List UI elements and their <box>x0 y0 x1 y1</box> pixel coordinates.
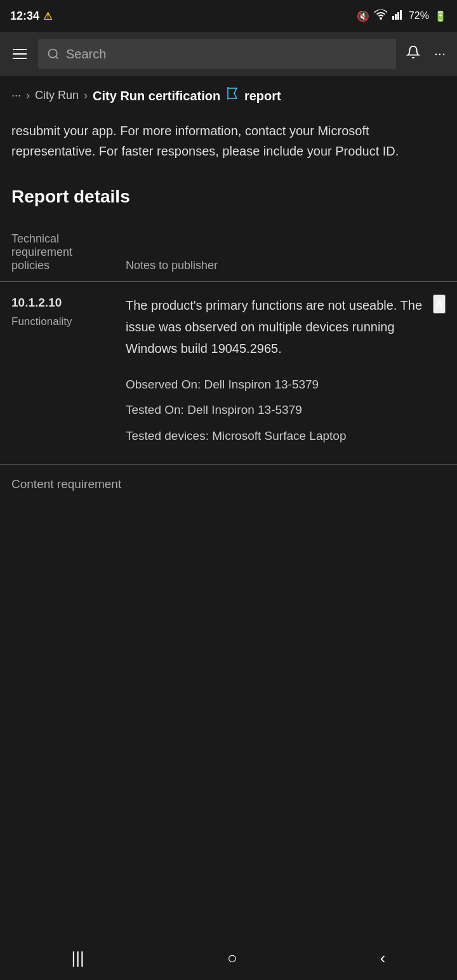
status-left: 12:34 ⚠ <box>10 10 52 23</box>
report-table: Technical requirement policies Notes to … <box>0 226 457 498</box>
content-requirement-row: Content requirement <box>0 464 457 498</box>
recent-apps-button[interactable]: ||| <box>59 943 97 973</box>
notes-main: The product's primary functions are not … <box>126 298 422 355</box>
svg-rect-3 <box>400 10 402 20</box>
bell-button[interactable] <box>404 43 423 65</box>
breadcrumb-sep2: › <box>84 89 88 102</box>
status-right: 🔇 72% 🔋 <box>357 10 447 22</box>
flag-icon <box>225 88 244 103</box>
breadcrumb: ··· › City Run › City Run certification … <box>0 76 457 114</box>
col2-header: Notes to publisher <box>114 226 457 282</box>
notes-devices: Tested devices: Microsoft Surface Laptop <box>126 426 446 446</box>
top-nav: ··· <box>0 32 457 76</box>
policy-id: 10.1.2.10 <box>11 295 103 312</box>
time-display: 12:34 <box>10 10 39 23</box>
policy-cell: 10.1.2.10 Functionality <box>0 282 114 465</box>
nav-icons: ··· <box>404 43 448 65</box>
signal-icon <box>392 10 404 22</box>
svg-rect-1 <box>395 14 397 20</box>
home-button[interactable]: ○ <box>215 943 250 973</box>
svg-point-4 <box>49 50 57 58</box>
intro-text: resubmit your app. For more information,… <box>0 114 457 180</box>
policy-name: Functionality <box>11 314 103 329</box>
breadcrumb-sep1: › <box>26 89 30 102</box>
breadcrumb-more[interactable]: ··· <box>11 89 21 102</box>
collapse-button[interactable]: ∧ <box>433 295 446 314</box>
search-input[interactable] <box>66 47 387 62</box>
svg-rect-0 <box>392 16 394 20</box>
more-button[interactable]: ··· <box>432 43 448 65</box>
notes-detail: Observed On: Dell Inspiron 13-5379 Teste… <box>126 374 446 446</box>
search-bar[interactable] <box>38 39 396 69</box>
hamburger-button[interactable] <box>9 45 30 63</box>
content-req-label: Content requirement <box>0 464 457 498</box>
breadcrumb-link[interactable]: City Run <box>35 89 79 102</box>
notes-cell: ∧ The product's primary functions are no… <box>114 282 457 465</box>
notes-tested-on: Tested On: Dell Inspiron 13-5379 <box>126 400 446 420</box>
battery-icon: 🔋 <box>434 10 447 22</box>
back-button[interactable]: ‹ <box>368 943 399 973</box>
wifi-icon <box>374 10 387 22</box>
hamburger-line1 <box>13 49 27 50</box>
table-row: 10.1.2.10 Functionality ∧ The product's … <box>0 282 457 465</box>
notes-observed: Observed On: Dell Inspiron 13-5379 <box>126 374 446 395</box>
hamburger-line2 <box>13 53 27 55</box>
bottom-nav: ||| ○ ‹ <box>0 936 457 980</box>
col1-header: Technical requirement policies <box>0 226 114 282</box>
svg-line-5 <box>56 56 58 59</box>
battery-display: 72% <box>409 10 429 22</box>
svg-rect-2 <box>397 12 399 20</box>
status-bar: 12:34 ⚠ 🔇 72% 🔋 <box>0 0 457 32</box>
search-icon <box>47 48 60 60</box>
warning-icon: ⚠ <box>43 10 52 22</box>
table-header-row: Technical requirement policies Notes to … <box>0 226 457 282</box>
hamburger-line3 <box>13 58 27 59</box>
breadcrumb-current: City Run certification report <box>93 86 281 104</box>
report-details-heading: Report details <box>0 180 457 226</box>
mute-icon: 🔇 <box>357 10 369 22</box>
